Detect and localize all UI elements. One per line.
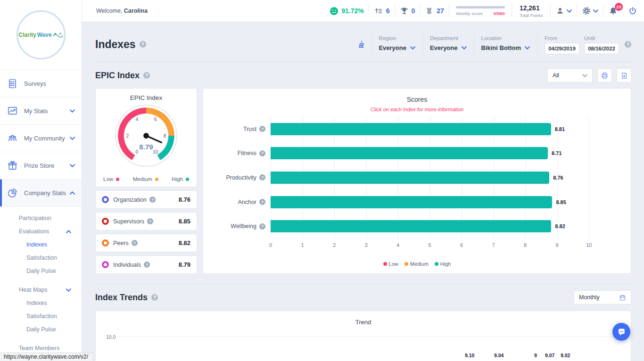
sidebar-item-surveys[interactable]: Surveys [0, 70, 82, 97]
location-filter[interactable]: Location Bikini Bottom [474, 34, 538, 54]
scores-legend-medium[interactable]: Medium [405, 261, 429, 267]
company-stats-submenu: Participation Evaluations Indexes Satisf… [0, 206, 82, 355]
help-icon[interactable]: ? [151, 294, 158, 301]
individuals-dot [102, 261, 109, 268]
weekly-score: Weekly score 0/560 [454, 6, 507, 16]
settings-menu-button[interactable] [582, 6, 598, 16]
score-value-label: 8.76 [553, 175, 563, 180]
medal-value: 27 [437, 7, 444, 15]
until-label: Until [584, 35, 619, 41]
submenu-item-heatmap-daily-pulse[interactable]: Daily Pulse [0, 323, 82, 336]
medal-stat[interactable]: 27 [425, 7, 444, 16]
chevron-down-icon [70, 137, 75, 140]
help-icon[interactable]: ? [147, 218, 153, 224]
breakdown-row-individuals[interactable]: Individuals? 8.79 [95, 255, 197, 274]
supervisors-dot [102, 218, 109, 225]
submenu-item-heat-maps[interactable]: Heat Maps [0, 283, 82, 296]
scores-legend-high[interactable]: High [435, 261, 451, 267]
breakdown-row-peers[interactable]: Peers? 8.82 [95, 234, 197, 252]
x-tick-label: 0 [269, 242, 272, 248]
gauge-legend-high: High [172, 176, 189, 182]
chevron-down-icon [70, 109, 75, 113]
help-icon[interactable]: ? [132, 240, 138, 246]
submenu-item-evaluations[interactable]: Evaluations [0, 225, 82, 238]
help-icon[interactable]: ? [149, 197, 156, 203]
chevron-down-icon [525, 46, 530, 49]
my-stats-icon [7, 106, 18, 116]
score-bar-wellbeing[interactable] [271, 220, 551, 232]
submenu-item-indexes[interactable]: Indexes [0, 238, 82, 251]
rank-stat[interactable]: 6 [374, 6, 390, 16]
prize-store-icon [7, 160, 18, 171]
page-header-row: Indexes ? Region Everyone Department Eve… [95, 30, 631, 59]
score-bar-anchor[interactable] [271, 196, 552, 208]
score-category-label: Anchor? [203, 199, 271, 205]
scores-legend: LowMediumHigh [203, 261, 631, 267]
submenu-item-daily-pulse[interactable]: Daily Pulse [0, 264, 82, 278]
location-label: Location [481, 35, 530, 41]
trophy-stat[interactable]: 0 [400, 7, 415, 16]
main-content: Indexes ? Region Everyone Department Eve… [82, 22, 644, 361]
help-icon[interactable]: ? [259, 174, 265, 180]
breakdown-row-organization[interactable]: Organization? 8.76 [95, 190, 197, 209]
logo[interactable]: ClarityWave [0, 0, 82, 70]
filters-bar: Region Everyone Department Everyone Loca… [356, 34, 631, 54]
score-bar-trust[interactable] [271, 123, 551, 135]
help-icon[interactable]: ? [144, 262, 150, 268]
date-range-filter: From Until [537, 34, 619, 54]
submenu-item-heatmap-indexes[interactable]: Indexes [0, 296, 82, 310]
sidebar-item-company-stats[interactable]: Company Stats [0, 179, 82, 206]
trends-section-title: Index Trends ? [95, 293, 158, 303]
score-bar-productivity[interactable] [271, 172, 549, 184]
top-bar: Welcome, Carolina 91.72% 6 0 [82, 0, 644, 22]
until-date-input[interactable] [584, 43, 619, 54]
sidebar-item-prize-store[interactable]: Prize Store [0, 152, 82, 179]
divider [603, 5, 603, 17]
clear-filters-button[interactable] [356, 34, 372, 54]
scores-legend-low[interactable]: Low [383, 261, 398, 267]
help-icon[interactable]: ? [625, 41, 631, 48]
score-value-label: 8.71 [552, 150, 561, 156]
scores-chart-title: Scores [203, 96, 631, 103]
individuals-value: 8.79 [179, 261, 190, 268]
help-icon[interactable]: ? [259, 126, 265, 132]
breakdown-row-supervisors[interactable]: Supervisors? 8.85 [95, 212, 197, 230]
epic-gauge-chart[interactable]: 02468108.79 [113, 102, 180, 169]
region-filter[interactable]: Region Everyone [372, 34, 423, 54]
print-button[interactable] [597, 68, 612, 82]
logo-text-clarity: Clarity [18, 32, 36, 38]
total-points-value: 12,261 [520, 4, 543, 12]
help-icon[interactable]: ? [259, 199, 265, 205]
help-icon[interactable]: ? [143, 72, 150, 79]
score-bar-fitness[interactable] [271, 147, 548, 159]
score-category-label: Trust? [203, 126, 271, 132]
logout-button[interactable] [628, 6, 637, 16]
profile-menu-button[interactable] [555, 6, 572, 16]
help-icon[interactable]: ? [259, 150, 265, 156]
export-excel-button[interactable] [617, 68, 631, 82]
help-icon[interactable]: ? [140, 41, 146, 48]
submenu-item-heatmap-satisfaction[interactable]: Satisfaction [0, 310, 82, 323]
sidebar-item-my-stats[interactable]: My Stats [0, 97, 82, 124]
scores-rows: Trust? 8.81 Fitness? 8.71 Productivity? … [203, 117, 631, 238]
trend-y-tick: 10.0 [106, 334, 116, 340]
scores-x-axis: 012345678910 [271, 242, 589, 250]
happiness-stat[interactable]: 91.72% [330, 7, 363, 16]
chevron-down-icon [70, 164, 75, 167]
total-points-label: Total Points [520, 13, 543, 18]
submenu-item-participation[interactable]: Participation [0, 212, 82, 225]
sidebar-item-my-community[interactable]: My Community [0, 124, 82, 152]
help-icon[interactable]: ? [259, 223, 265, 230]
from-date-input[interactable] [545, 43, 579, 54]
submenu-item-satisfaction[interactable]: Satisfaction [0, 251, 82, 264]
trend-point-label: 9.10 [465, 353, 474, 358]
region-label: Region [379, 35, 415, 41]
score-row-wellbeing: Wellbeing? 8.82 [203, 220, 631, 232]
department-filter[interactable]: Department Everyone [423, 34, 474, 54]
epic-filter-select[interactable]: All [547, 68, 593, 82]
medal-icon [425, 7, 434, 16]
notifications-button[interactable]: 23 [608, 6, 618, 16]
trend-period-select[interactable]: Monthly [574, 290, 631, 304]
chat-widget-button[interactable] [612, 323, 630, 341]
score-row-anchor: Anchor? 8.85 [203, 196, 631, 208]
